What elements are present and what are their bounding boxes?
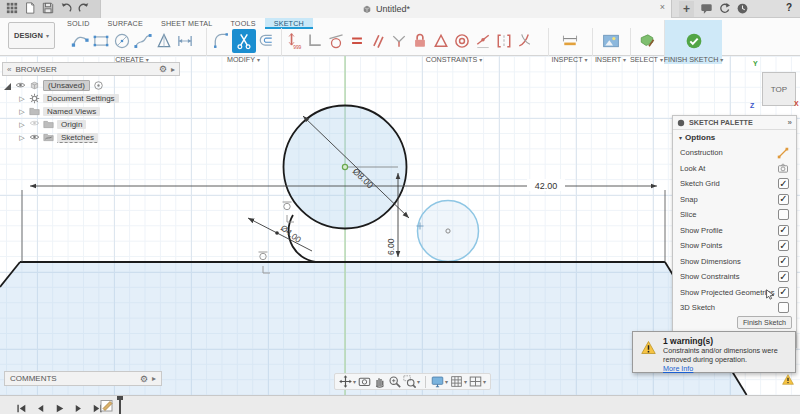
trim-button[interactable] [232,29,256,53]
browser-item-label[interactable]: Named Views [43,107,100,116]
browser-panel-header[interactable]: « BROWSER ⚙ ▸ [2,62,180,76]
group-label-finish-sketch[interactable]: FINISH SKETCH▾ [665,54,722,64]
look-at-cam-button[interactable] [358,375,371,388]
group-label-insert[interactable]: INSERT▾ [593,54,628,64]
spline-button[interactable] [132,29,153,54]
chevron-right-icon[interactable]: ▸ [171,65,175,74]
workspace-switcher[interactable]: DESIGN ▾ [8,22,55,49]
fillet-button[interactable] [211,29,232,54]
zoom-window-button[interactable]: ▾ [403,375,420,388]
checkbox-show-profile[interactable]: ✓ [778,225,789,236]
group-label-constraints[interactable]: CONSTRAINTS▾ [372,54,536,64]
palette-option-show-points[interactable]: Show Points✓ [673,238,796,254]
palette-option-construction[interactable]: Construction [673,145,796,161]
palette-option-show-dimensions[interactable]: Show Dimensions✓ [673,254,796,270]
comments-panel[interactable]: COMMENTS ⚙ ▸ [4,371,162,386]
curvature-button[interactable] [514,29,535,54]
browser-item-label[interactable]: Origin [57,120,86,129]
undo-button[interactable] [60,0,72,18]
tangent-button[interactable] [325,29,346,54]
group-label-inspect[interactable]: INSPECT▾ [549,54,590,64]
palette-option-look-at[interactable]: Look At [673,161,796,177]
display-settings-button[interactable]: ▾ [431,375,448,388]
expand-caret-icon[interactable]: ▷ [18,108,26,116]
offset-button[interactable] [256,29,277,54]
concentric-button[interactable] [451,29,472,54]
step-back-button[interactable] [35,400,46,414]
group-label-modify[interactable]: MODIFY▾ [207,54,280,64]
expand-triangle-icon[interactable] [4,83,11,90]
perpendicular-button[interactable] [304,29,325,54]
grid-settings-button[interactable]: ▾ [450,375,467,388]
apps-grid-button[interactable] [6,0,18,18]
collapse-icon[interactable]: « [7,65,11,74]
browser-root-item[interactable]: (Unsaved) [2,79,180,92]
palette-option-slice[interactable]: Slice [673,207,796,223]
select-window-button[interactable] [636,29,657,54]
browser-item-origin[interactable]: ▷Origin [18,118,180,131]
sketch-palette-header[interactable]: SKETCH PALETTE » [673,116,796,130]
dimension-width-label[interactable]: 42.00 [535,181,558,191]
file-button[interactable] [24,0,36,18]
expand-caret-icon[interactable]: ▷ [18,121,26,129]
move-button[interactable]: ▾ [339,375,356,388]
checkbox-show-constraints[interactable]: ✓ [778,271,789,282]
equal-button[interactable] [346,29,367,54]
group-label-select[interactable]: SELECT▾ [631,54,662,64]
gear-icon[interactable]: ⚙ [159,64,167,74]
group-label-create[interactable]: CREATE▾ [58,54,206,64]
pan-hand-button[interactable] [373,375,386,388]
palette-option-show-profile[interactable]: Show Profile✓ [673,223,796,239]
step-forward-button[interactable] [73,400,84,414]
polygon-button[interactable] [430,29,451,54]
browser-item-sketches[interactable]: ▷Sketches [18,131,180,144]
browser-root-label[interactable]: (Unsaved) [43,80,90,91]
chevron-right-icon[interactable]: ▸ [152,374,156,383]
checkbox-show-points[interactable]: ✓ [778,240,789,251]
parallel-button[interactable] [367,29,388,54]
save-button[interactable] [42,0,54,18]
coincident-button[interactable] [388,29,409,54]
document-tab[interactable]: Untitled* × [100,0,672,18]
cone-button[interactable] [153,29,174,54]
checkbox-sketch-grid[interactable]: ✓ [778,178,789,189]
checkbox-show-dimensions[interactable]: ✓ [778,256,789,267]
timeline-sketch-item[interactable] [100,398,115,413]
browser-item-label[interactable]: Sketches [57,133,98,143]
circle-button[interactable] [111,29,132,54]
projected-circle-d4[interactable] [418,201,479,262]
browser-item-label[interactable]: Document Settings [43,94,119,103]
sync-button[interactable] [718,2,731,17]
measure-button[interactable] [559,29,580,54]
more-info-link[interactable]: More Info [663,364,693,373]
expand-right-icon[interactable]: » [788,118,792,127]
rectangle-button[interactable] [90,29,111,54]
new-tab-button[interactable]: + [679,1,694,17]
finish-sketch-check-button[interactable] [683,29,704,54]
palette-option-sketch-grid[interactable]: Sketch Grid✓ [673,176,796,192]
timeline-warning-icon[interactable] [782,374,794,385]
dimension-button[interactable] [174,29,195,54]
dimension-d4-line[interactable] [248,218,312,251]
palette-options-section[interactable]: ▾ Options [673,130,796,145]
viewports-button[interactable]: ▾ [469,375,486,388]
circle-center-point[interactable] [342,164,347,169]
timeline-position-marker[interactable] [119,396,121,414]
palette-option-snap[interactable]: Snap✓ [673,192,796,208]
help-icon[interactable]: ? [786,2,792,13]
play-button[interactable] [54,400,65,414]
tangent-constraint-icon[interactable] [283,202,292,210]
gear-icon[interactable]: ⚙ [140,374,148,384]
palette-option-show-constraints[interactable]: Show Constraints✓ [673,269,796,285]
fix-lock-button[interactable] [409,29,430,54]
symmetry-button[interactable] [493,29,514,54]
expand-caret-icon[interactable]: ▷ [18,95,26,103]
close-tab-icon[interactable]: × [660,2,665,12]
checkbox-show-projected-geometries[interactable]: ✓ [778,287,789,298]
skip-start-button[interactable] [16,400,27,414]
fit-point-spline-button[interactable] [69,29,90,54]
finish-sketch-small-button[interactable]: Finish Sketch [737,316,792,329]
clock-button[interactable] [736,2,749,17]
sketch-dimension-button[interactable]: 999 [283,29,304,54]
expand-caret-icon[interactable]: ▷ [18,134,26,142]
